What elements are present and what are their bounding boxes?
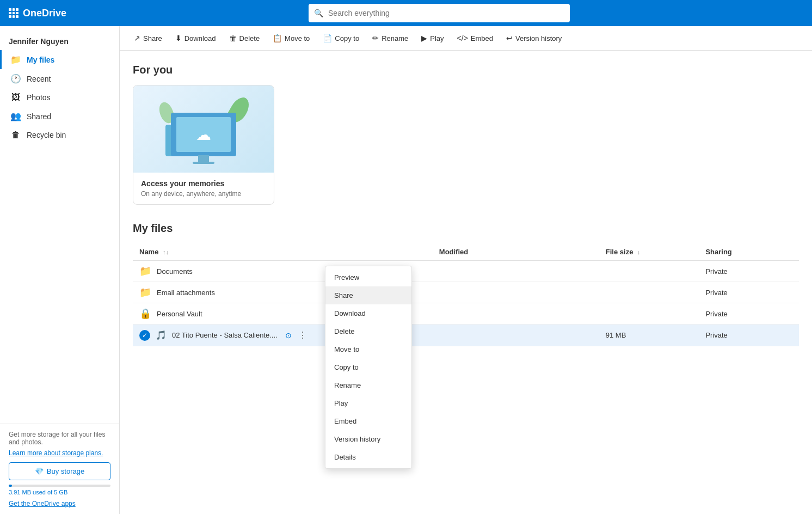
context-menu-preview[interactable]: Preview	[325, 268, 411, 286]
context-menu-copy-to[interactable]: Copy to	[325, 358, 411, 376]
context-menu-download[interactable]: Download	[325, 304, 411, 322]
context-menu-rename[interactable]: Rename	[325, 376, 411, 394]
context-menu-delete[interactable]: Delete	[325, 322, 411, 340]
context-menu-embed[interactable]: Embed	[325, 412, 411, 430]
context-menu-details[interactable]: Details	[325, 448, 411, 466]
context-menu: Preview Share Download Delete Move to Co…	[325, 266, 412, 469]
context-menu-share[interactable]: Share	[325, 286, 411, 304]
context-menu-play[interactable]: Play	[325, 394, 411, 412]
context-menu-version-history[interactable]: Version history	[325, 430, 411, 448]
context-menu-move-to[interactable]: Move to	[325, 340, 411, 358]
